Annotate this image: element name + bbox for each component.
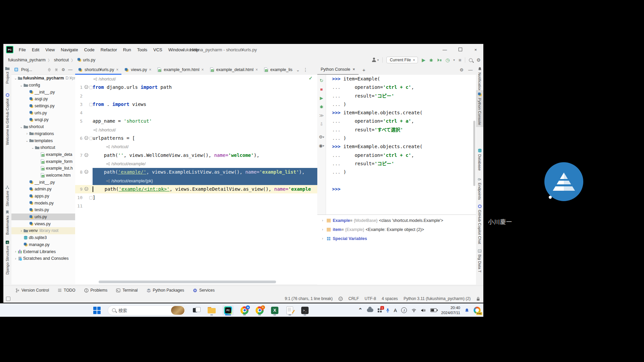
toolwindow-python-packages[interactable]: Python Packages [147,288,184,293]
tree-item[interactable]: db.sqlite3 [11,234,75,241]
code-editor[interactable]: /shortcut/1from django.urls import path2… [75,75,318,284]
terminal-button[interactable]: >_ [301,305,309,315]
scroll-to-end-icon[interactable]: ⇩ [320,121,323,127]
tree-item[interactable]: __init__.py [11,179,75,186]
close-icon[interactable]: × [149,67,151,72]
ime-mode-indicator[interactable]: A [394,308,397,313]
volume-icon[interactable] [421,308,426,312]
breadcrumb-item[interactable]: urls.py [77,58,95,62]
tree-item[interactable]: ⌄fukushima_pycharmD:¥pro [11,75,75,82]
tab-example-form-html[interactable]: Hexample_form.html× [154,65,207,75]
project-panel-title[interactable]: Proj... [21,67,32,72]
show-variables-icon[interactable]: ◉▾ [319,142,324,149]
left-strip-bookmarks[interactable]: Bookmarks [3,210,11,235]
fold-icon[interactable] [89,86,93,89]
tree-item[interactable]: settings.py [11,103,75,110]
notepad-button[interactable] [285,305,294,315]
coverage-button[interactable]: ◷ [445,58,449,62]
close-icon[interactable]: × [353,67,355,72]
expand-chevron-icon[interactable]: › [322,219,327,222]
expand-chevron-icon[interactable]: › [322,228,327,231]
tree-item[interactable]: ⌄templates [11,137,75,144]
hide-panel-icon[interactable]: — [68,67,72,72]
stop-icon[interactable]: ■ [320,86,323,93]
onedrive-icon[interactable] [367,308,373,312]
line-marker-icon[interactable] [84,187,89,191]
tree-item[interactable]: ⌄config [11,82,75,89]
tab-example-lis[interactable]: Hexample_lis [261,65,296,75]
notification-bell-icon[interactable] [465,308,469,313]
console-settings-icon[interactable]: ⚙ [460,68,464,72]
run-config-selector[interactable]: Current File▾ [386,57,418,63]
menu-navigate[interactable]: Navigate [58,46,80,53]
tree-item[interactable]: models.py [11,199,75,206]
menu-file[interactable]: File [16,46,29,53]
minimize-button[interactable]: — [437,47,452,52]
debug-button[interactable] [429,58,433,62]
debug-bug-icon[interactable] [319,104,324,110]
expand-chevron-icon[interactable]: › [322,237,327,240]
tree-item[interactable]: urls.py [11,214,75,221]
console-scrollbar[interactable] [473,121,475,186]
editor-code-row[interactable]: 6urlpatterns = [ [75,134,317,142]
close-icon[interactable]: × [202,67,204,72]
fold-icon[interactable] [89,103,93,106]
lock-icon[interactable] [476,297,480,301]
editor-code-row[interactable]: 5app_name = 'shortcut' [75,117,317,125]
tab-views-py[interactable]: views.py× [121,65,154,75]
editor-horizontal-scrollbar[interactable] [99,281,276,283]
variable-row[interactable]: ›Special Variables [317,235,476,242]
tree-item[interactable]: ›venvlibrary root [11,227,75,234]
line-marker-icon[interactable] [84,136,89,140]
editor-code-row[interactable]: 4 [75,109,317,117]
menu-run[interactable]: Run [120,46,134,53]
chevron-down-icon[interactable]: ⌄ [296,67,300,72]
editor-code-row[interactable]: 2 [75,92,317,100]
skip-icon[interactable]: ≫ [319,112,324,119]
microphone-icon[interactable] [386,308,389,313]
new-console-button[interactable]: + [363,67,366,73]
tree-chevron-icon[interactable]: › [19,229,23,233]
tree-chevron-icon[interactable]: ⌄ [19,125,23,129]
copilot-icon[interactable]: PRE [474,307,481,314]
menu-edit[interactable]: Edit [29,46,42,53]
file-explorer-button[interactable] [207,305,216,315]
toolwindow-services[interactable]: Services [193,288,215,293]
editor-code-row[interactable]: 8 path('example/', views.ExampleListView… [75,168,317,176]
left-strip-project[interactable]: Project [3,67,11,84]
menu-refactor[interactable]: Refactor [98,46,120,53]
tree-item[interactable]: urls.py [11,109,75,116]
settings-icon[interactable]: ⚙ [476,58,481,62]
editor-code-row[interactable]: 9 path('example/<int:pk>', views.Example… [75,185,317,193]
rerun-icon[interactable]: ↻ [320,77,323,84]
left-strip-welcome-to-github-copilot[interactable]: Welcome to GitHub Copilot [3,93,11,145]
breadcrumb-item[interactable]: fukushima_pycharm [8,58,46,62]
toolwindow-problems[interactable]: Problems [84,288,108,293]
tray-expand-icon[interactable]: ⌃ [358,307,363,313]
hide-console-icon[interactable]: — [468,67,473,72]
tab-shortcut-urls-py[interactable]: shortcut¥urls.py× [75,65,121,75]
line-marker-icon[interactable] [84,85,89,89]
right-strip-notifications[interactable]: Notifications [476,67,483,94]
tree-chevron-icon[interactable]: › [13,257,18,260]
panel-settings-icon[interactable]: ⚙ [61,68,65,72]
run-icon[interactable]: ▶ [320,95,323,101]
tree-chevron-icon[interactable]: ⌄ [19,83,23,87]
profiler-button[interactable]: ⏵⏸ [437,58,442,62]
variable-row[interactable]: ›item = {Example}<Example: Example objec… [317,226,476,233]
tool-windows-icon[interactable] [6,297,10,301]
editor-code-row[interactable]: 1from django.urls import path [75,83,317,92]
tree-item[interactable]: ⌄shortcut [11,144,75,151]
editor-code-row[interactable]: 10] [75,193,317,202]
breadcrumb-item[interactable]: shortcut [54,58,69,62]
more-tabs-icon[interactable]: ⋮ [303,67,308,72]
tray-app-icon[interactable]: J [401,307,407,313]
tab-python-console[interactable]: Python Console × [317,65,359,75]
tree-item[interactable]: asgi.py [11,96,75,103]
tree-item[interactable]: Hexample_deta [11,151,75,158]
start-button[interactable] [93,305,101,315]
tree-item[interactable]: ⌄shortcut [11,123,75,130]
tree-item[interactable]: ›Scratches and Consoles [11,255,75,262]
tree-item[interactable]: apps.py [11,193,75,200]
toolwindow-todo[interactable]: TODO [58,288,75,293]
